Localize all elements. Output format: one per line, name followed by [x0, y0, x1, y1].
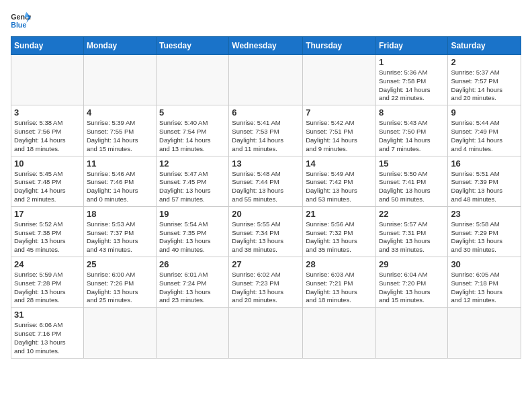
- calendar-day-cell: 30Sunrise: 6:05 AM Sunset: 7:18 PM Dayli…: [448, 257, 521, 308]
- day-number: 19: [159, 209, 226, 219]
- day-info: Sunrise: 6:04 AM Sunset: 7:20 PM Dayligh…: [379, 271, 445, 305]
- calendar-day-cell: 5Sunrise: 5:40 AM Sunset: 7:54 PM Daylig…: [157, 105, 229, 156]
- weekday-header-thursday: Thursday: [303, 37, 376, 55]
- day-info: Sunrise: 5:49 AM Sunset: 7:42 PM Dayligh…: [306, 170, 373, 204]
- day-number: 3: [14, 107, 81, 118]
- calendar-day-cell: 1Sunrise: 5:36 AM Sunset: 7:58 PM Daylig…: [375, 55, 447, 105]
- day-number: 24: [14, 259, 81, 269]
- day-info: Sunrise: 6:02 AM Sunset: 7:23 PM Dayligh…: [232, 271, 300, 305]
- day-info: Sunrise: 6:06 AM Sunset: 7:16 PM Dayligh…: [14, 321, 81, 355]
- calendar-day-cell: [303, 55, 376, 105]
- calendar-day-cell: 10Sunrise: 5:45 AM Sunset: 7:48 PM Dayli…: [11, 156, 84, 206]
- calendar-day-cell: 31Sunrise: 6:06 AM Sunset: 7:16 PM Dayli…: [11, 308, 84, 358]
- calendar-day-cell: 20Sunrise: 5:55 AM Sunset: 7:34 PM Dayli…: [229, 206, 303, 257]
- generalblue-logo-icon: General Blue: [11, 11, 31, 30]
- day-info: Sunrise: 6:05 AM Sunset: 7:18 PM Dayligh…: [451, 271, 518, 305]
- calendar-day-cell: 18Sunrise: 5:53 AM Sunset: 7:37 PM Dayli…: [83, 206, 156, 257]
- page: General Blue SundayMondayTuesdayWednesda…: [0, 0, 532, 411]
- weekday-header-sunday: Sunday: [11, 37, 84, 55]
- calendar-week-row: 10Sunrise: 5:45 AM Sunset: 7:48 PM Dayli…: [11, 156, 521, 206]
- calendar-day-cell: 14Sunrise: 5:49 AM Sunset: 7:42 PM Dayli…: [303, 156, 376, 206]
- day-info: Sunrise: 5:46 AM Sunset: 7:46 PM Dayligh…: [87, 170, 153, 204]
- calendar-day-cell: [11, 55, 84, 105]
- day-number: 15: [379, 158, 445, 169]
- day-info: Sunrise: 5:47 AM Sunset: 7:45 PM Dayligh…: [159, 170, 226, 204]
- calendar-day-cell: 12Sunrise: 5:47 AM Sunset: 7:45 PM Dayli…: [157, 156, 229, 206]
- day-info: Sunrise: 5:40 AM Sunset: 7:54 PM Dayligh…: [159, 119, 226, 153]
- calendar-day-cell: [448, 308, 521, 358]
- calendar-day-cell: [375, 308, 447, 358]
- calendar-day-cell: 17Sunrise: 5:52 AM Sunset: 7:38 PM Dayli…: [11, 206, 84, 257]
- day-info: Sunrise: 5:44 AM Sunset: 7:49 PM Dayligh…: [451, 119, 518, 153]
- day-info: Sunrise: 5:51 AM Sunset: 7:39 PM Dayligh…: [451, 170, 518, 204]
- day-info: Sunrise: 5:50 AM Sunset: 7:41 PM Dayligh…: [379, 170, 445, 204]
- calendar-week-row: 3Sunrise: 5:38 AM Sunset: 7:56 PM Daylig…: [11, 105, 521, 156]
- calendar-day-cell: 11Sunrise: 5:46 AM Sunset: 7:46 PM Dayli…: [83, 156, 156, 206]
- day-number: 14: [306, 158, 373, 169]
- day-number: 31: [14, 310, 81, 320]
- day-number: 22: [379, 209, 445, 219]
- day-info: Sunrise: 5:53 AM Sunset: 7:37 PM Dayligh…: [87, 220, 153, 255]
- logo: General Blue: [11, 11, 31, 30]
- calendar-day-cell: 25Sunrise: 6:00 AM Sunset: 7:26 PM Dayli…: [83, 257, 156, 308]
- calendar-day-cell: 28Sunrise: 6:03 AM Sunset: 7:21 PM Dayli…: [303, 257, 376, 308]
- day-info: Sunrise: 5:58 AM Sunset: 7:29 PM Dayligh…: [451, 220, 518, 255]
- calendar-table: SundayMondayTuesdayWednesdayThursdayFrid…: [11, 36, 521, 359]
- calendar-day-cell: 24Sunrise: 5:59 AM Sunset: 7:28 PM Dayli…: [11, 257, 84, 308]
- weekday-header-wednesday: Wednesday: [229, 37, 303, 55]
- day-info: Sunrise: 5:52 AM Sunset: 7:38 PM Dayligh…: [14, 220, 81, 255]
- calendar-day-cell: 13Sunrise: 5:48 AM Sunset: 7:44 PM Dayli…: [229, 156, 303, 206]
- day-info: Sunrise: 5:45 AM Sunset: 7:48 PM Dayligh…: [14, 170, 81, 204]
- day-number: 26: [159, 259, 226, 269]
- day-number: 30: [451, 259, 518, 269]
- day-info: Sunrise: 5:43 AM Sunset: 7:50 PM Dayligh…: [379, 119, 445, 153]
- day-info: Sunrise: 5:57 AM Sunset: 7:31 PM Dayligh…: [379, 220, 445, 255]
- day-info: Sunrise: 6:00 AM Sunset: 7:26 PM Dayligh…: [87, 271, 153, 305]
- day-number: 10: [14, 158, 81, 169]
- calendar-week-row: 24Sunrise: 5:59 AM Sunset: 7:28 PM Dayli…: [11, 257, 521, 308]
- day-number: 16: [451, 158, 518, 169]
- calendar-day-cell: [229, 308, 303, 358]
- day-info: Sunrise: 5:37 AM Sunset: 7:57 PM Dayligh…: [451, 68, 518, 103]
- calendar-day-cell: [83, 55, 156, 105]
- calendar-day-cell: 6Sunrise: 5:41 AM Sunset: 7:53 PM Daylig…: [229, 105, 303, 156]
- calendar-day-cell: 9Sunrise: 5:44 AM Sunset: 7:49 PM Daylig…: [448, 105, 521, 156]
- day-info: Sunrise: 5:48 AM Sunset: 7:44 PM Dayligh…: [232, 170, 300, 204]
- day-number: 9: [451, 107, 518, 118]
- calendar-day-cell: 15Sunrise: 5:50 AM Sunset: 7:41 PM Dayli…: [375, 156, 447, 206]
- weekday-header-row: SundayMondayTuesdayWednesdayThursdayFrid…: [11, 37, 521, 55]
- day-info: Sunrise: 6:01 AM Sunset: 7:24 PM Dayligh…: [159, 271, 226, 305]
- day-number: 28: [306, 259, 373, 269]
- calendar-day-cell: 23Sunrise: 5:58 AM Sunset: 7:29 PM Dayli…: [448, 206, 521, 257]
- day-number: 25: [87, 259, 153, 269]
- day-number: 12: [159, 158, 226, 169]
- day-number: 21: [306, 209, 373, 219]
- calendar-day-cell: 4Sunrise: 5:39 AM Sunset: 7:55 PM Daylig…: [83, 105, 156, 156]
- svg-text:Blue: Blue: [11, 21, 26, 29]
- day-number: 4: [87, 107, 153, 118]
- calendar-day-cell: 29Sunrise: 6:04 AM Sunset: 7:20 PM Dayli…: [375, 257, 447, 308]
- calendar-week-row: 17Sunrise: 5:52 AM Sunset: 7:38 PM Dayli…: [11, 206, 521, 257]
- day-number: 2: [451, 57, 518, 67]
- day-number: 27: [232, 259, 300, 269]
- day-number: 11: [87, 158, 153, 169]
- weekday-header-monday: Monday: [83, 37, 156, 55]
- calendar-day-cell: 21Sunrise: 5:56 AM Sunset: 7:32 PM Dayli…: [303, 206, 376, 257]
- day-info: Sunrise: 5:36 AM Sunset: 7:58 PM Dayligh…: [379, 68, 445, 103]
- day-number: 17: [14, 209, 81, 219]
- day-info: Sunrise: 5:38 AM Sunset: 7:56 PM Dayligh…: [14, 119, 81, 153]
- calendar-day-cell: [229, 55, 303, 105]
- calendar-day-cell: 16Sunrise: 5:51 AM Sunset: 7:39 PM Dayli…: [448, 156, 521, 206]
- day-info: Sunrise: 5:41 AM Sunset: 7:53 PM Dayligh…: [232, 119, 300, 153]
- day-number: 8: [379, 107, 445, 118]
- calendar-day-cell: 19Sunrise: 5:54 AM Sunset: 7:35 PM Dayli…: [157, 206, 229, 257]
- header: General Blue: [11, 11, 521, 30]
- calendar-week-row: 31Sunrise: 6:06 AM Sunset: 7:16 PM Dayli…: [11, 308, 521, 358]
- day-info: Sunrise: 5:39 AM Sunset: 7:55 PM Dayligh…: [87, 119, 153, 153]
- day-number: 7: [306, 107, 373, 118]
- calendar-day-cell: 2Sunrise: 5:37 AM Sunset: 7:57 PM Daylig…: [448, 55, 521, 105]
- day-number: 6: [232, 107, 300, 118]
- calendar-day-cell: [157, 55, 229, 105]
- day-info: Sunrise: 5:55 AM Sunset: 7:34 PM Dayligh…: [232, 220, 300, 255]
- weekday-header-friday: Friday: [375, 37, 447, 55]
